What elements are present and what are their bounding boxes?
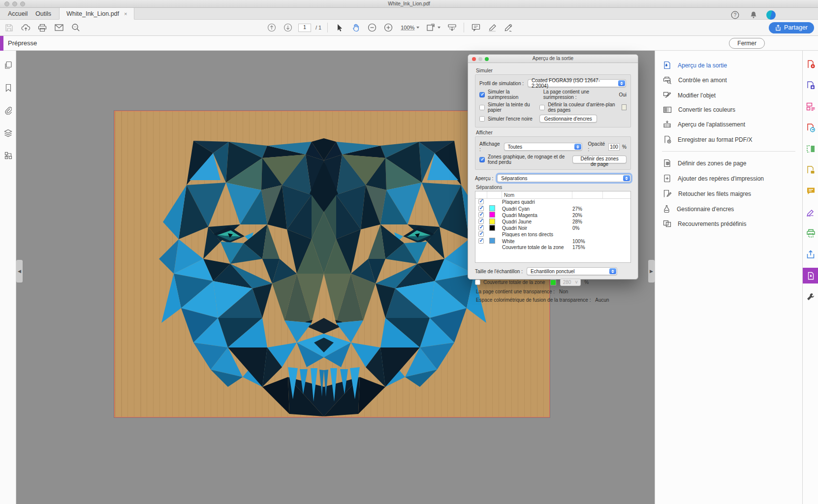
- collapse-left-panel-arrow[interactable]: ◀: [16, 260, 23, 283]
- prepress-tools-panel: Aperçu de la sortie Contrôle en amont Mo…: [655, 51, 802, 504]
- panel-item-trap-presets[interactable]: Recouvrements prédéfinis: [655, 217, 802, 231]
- separations-section-label: Séparations: [476, 185, 631, 190]
- panel-item-label: Définir des zones de page: [678, 160, 746, 167]
- print-icon[interactable]: [36, 22, 48, 33]
- export-pdf-icon[interactable]: [803, 77, 818, 93]
- fit-width-icon[interactable]: [446, 22, 458, 33]
- set-page-boxes-button[interactable]: Définir des zones de page: [572, 156, 627, 163]
- tab-tools[interactable]: Outils: [29, 8, 58, 20]
- row-checkbox[interactable]: [478, 199, 484, 204]
- coverage-color-swatch[interactable]: [550, 280, 556, 285]
- attachments-icon[interactable]: [0, 102, 16, 119]
- row-checkbox[interactable]: [478, 231, 484, 237]
- separation-value: 20%: [572, 213, 603, 218]
- page-number-input[interactable]: 1: [298, 24, 311, 32]
- separation-row[interactable]: Plaques quadri: [475, 199, 630, 205]
- fill-sign-pen-icon[interactable]: [503, 22, 514, 33]
- share-button[interactable]: Partager: [769, 22, 814, 33]
- next-page-icon[interactable]: [282, 22, 294, 33]
- simulation-profile-dropdown[interactable]: Coated FOGRA39 (ISO 12647-2:2004): [528, 79, 626, 87]
- panel-item-add-printer-marks[interactable]: Ajouter des repères d'impression: [655, 171, 802, 186]
- separation-row[interactable]: Quadri Magenta 20%: [475, 212, 630, 218]
- comment-icon[interactable]: [470, 22, 482, 33]
- preview-mode-dropdown[interactable]: Séparations: [497, 174, 631, 182]
- close-tool-button[interactable]: Fermer: [729, 38, 765, 49]
- sample-size-dropdown[interactable]: Echantillon ponctuel: [527, 267, 617, 275]
- request-signatures-icon[interactable]: [803, 162, 818, 178]
- panel-item-edit-object[interactable]: Modifier l'objet: [655, 88, 802, 103]
- more-tools-wrench-icon[interactable]: [803, 289, 818, 305]
- print-production-icon[interactable]: [803, 225, 818, 241]
- separation-row[interactable]: White 100%: [475, 238, 630, 244]
- comment-icon[interactable]: [803, 183, 818, 199]
- panel-item-save-pdfx[interactable]: Enregistrer au format PDF/X: [655, 132, 802, 147]
- ink-manager-button[interactable]: Gestionnaire d'encres: [539, 115, 597, 123]
- help-icon[interactable]: ?: [729, 9, 741, 21]
- send-review-icon[interactable]: [803, 120, 818, 135]
- expand-right-panel-arrow[interactable]: ▶: [648, 260, 655, 283]
- total-area-coverage-checkbox[interactable]: [475, 280, 480, 285]
- row-checkbox[interactable]: [478, 238, 484, 244]
- panel-item-label: Aperçu de l'aplatissement: [678, 121, 745, 128]
- dialog-zoom-button[interactable]: [485, 57, 489, 61]
- separation-row[interactable]: Quadri Cyan 27%: [475, 205, 630, 212]
- panel-item-output-preview[interactable]: Aperçu de la sortie: [655, 58, 802, 73]
- page-background-color-swatch[interactable]: [622, 104, 627, 110]
- display-dropdown[interactable]: Toutes: [504, 143, 582, 151]
- select-tool-icon[interactable]: [334, 22, 346, 33]
- separation-row[interactable]: Quadri Noir 0%: [475, 225, 630, 231]
- panel-item-flattener-preview[interactable]: Aperçu de l'aplatissement: [655, 117, 802, 132]
- separations-table-header: Nom: [475, 191, 630, 199]
- fill-sign-icon[interactable]: [803, 204, 818, 220]
- opacity-input[interactable]: 100: [608, 143, 620, 151]
- prepress-active-icon[interactable]: [803, 268, 818, 284]
- sample-size-value: Echantillon ponctuel: [531, 269, 575, 274]
- scan-ocr-icon[interactable]: [803, 141, 818, 157]
- tab-close-icon[interactable]: ×: [124, 11, 127, 17]
- simulate-paper-tint-checkbox[interactable]: [479, 105, 485, 110]
- panel-item-convert-colors[interactable]: Convertir les couleurs: [655, 103, 802, 117]
- output-preview-icon: [663, 61, 671, 69]
- simulate-overprint-checkbox[interactable]: [479, 92, 485, 97]
- tab-document[interactable]: White_Ink_Lion.pdf×: [59, 8, 134, 20]
- find-icon[interactable]: [70, 22, 82, 33]
- separations-table[interactable]: Nom Plaques quadri Quadri Cyan 27% Quadr…: [475, 191, 631, 263]
- panel-item-ink-manager[interactable]: Gestionnaire d'encres: [655, 201, 802, 217]
- fit-page-dropdown-icon[interactable]: [426, 22, 441, 33]
- page-thumbnails-icon[interactable]: [0, 57, 16, 73]
- separation-row[interactable]: Quadri Jaune 28%: [475, 219, 630, 225]
- panel-item-set-page-boxes[interactable]: Définir des zones de page: [655, 156, 802, 171]
- separation-row[interactable]: Plaques en tons directs: [475, 231, 630, 238]
- highlighter-icon[interactable]: [486, 22, 498, 33]
- row-checkbox[interactable]: [478, 206, 484, 211]
- zoom-in-icon[interactable]: [382, 22, 394, 33]
- panel-item-preflight[interactable]: Contrôle en amont: [655, 73, 802, 88]
- save-icon[interactable]: [3, 22, 15, 33]
- layers-icon[interactable]: [0, 125, 16, 141]
- column-header-value: [572, 191, 603, 198]
- share-icon[interactable]: [803, 247, 818, 262]
- panel-item-fix-hairlines[interactable]: Retoucher les filets maigres: [655, 186, 802, 201]
- page-background-color-checkbox[interactable]: [539, 105, 545, 110]
- hand-tool-icon[interactable]: [350, 22, 362, 33]
- email-icon[interactable]: [53, 22, 65, 33]
- dialog-minimize-button[interactable]: [478, 57, 482, 61]
- create-pdf-icon[interactable]: [803, 56, 818, 72]
- bookmarks-icon[interactable]: [0, 79, 16, 96]
- dialog-close-button[interactable]: [472, 57, 476, 61]
- user-avatar[interactable]: [766, 10, 776, 20]
- row-checkbox[interactable]: [478, 212, 484, 218]
- simulate-black-ink-checkbox[interactable]: [479, 116, 485, 122]
- zoom-out-icon[interactable]: [366, 22, 378, 33]
- tags-icon[interactable]: [0, 147, 16, 164]
- dialog-title-bar[interactable]: Aperçu de la sortie: [468, 55, 638, 63]
- organize-pages-icon[interactable]: [803, 98, 818, 114]
- page-zones-checkbox[interactable]: [479, 157, 485, 162]
- row-checkbox[interactable]: [478, 219, 484, 224]
- cloud-upload-icon[interactable]: [20, 22, 31, 33]
- notifications-bell-icon[interactable]: [748, 9, 759, 21]
- output-preview-dialog[interactable]: Aperçu de la sortie Simuler Profil de si…: [468, 54, 638, 280]
- row-checkbox[interactable]: [478, 225, 484, 230]
- zoom-level-dropdown[interactable]: 100%: [399, 24, 421, 32]
- previous-page-icon[interactable]: [266, 22, 278, 33]
